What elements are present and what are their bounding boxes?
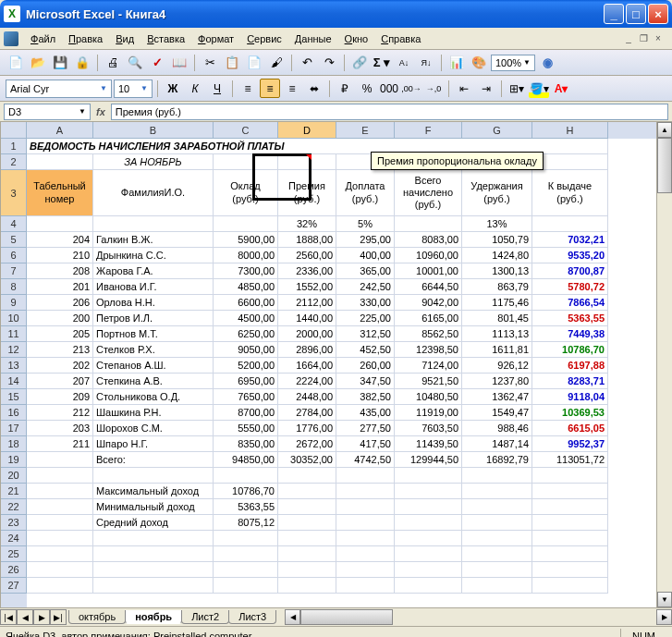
cell[interactable]: 312,50	[336, 326, 395, 342]
cell[interactable]	[532, 562, 608, 578]
cell[interactable]: 1611,81	[462, 342, 532, 358]
menu-item[interactable]: Данные	[288, 31, 338, 46]
vertical-scrollbar[interactable]: ▲ ▼	[656, 122, 672, 607]
bold-button[interactable]: Ж	[163, 79, 183, 98]
cell[interactable]: 988,46	[462, 421, 532, 436]
cell[interactable]: 2672,00	[278, 436, 336, 452]
cell[interactable]	[93, 562, 214, 578]
menu-item[interactable]: Вставка	[141, 31, 191, 46]
select-all-corner[interactable]	[1, 122, 27, 139]
cell[interactable]: 203	[27, 421, 93, 436]
cell[interactable]: 260,00	[336, 358, 395, 374]
column-header[interactable]: A	[27, 122, 93, 139]
cell[interactable]: 30352,00	[278, 452, 336, 468]
row-header[interactable]: 11	[1, 326, 27, 342]
cell[interactable]	[93, 546, 214, 562]
cell[interactable]: 6197,88	[532, 358, 608, 374]
decrease-indent-button[interactable]: ⇤	[454, 79, 474, 98]
fill-color-button[interactable]: 🪣▾	[529, 79, 549, 98]
cell[interactable]	[395, 515, 462, 531]
cell[interactable]	[214, 531, 278, 546]
row-header[interactable]: 6	[1, 248, 27, 263]
cell[interactable]: 11919,00	[395, 405, 462, 421]
cell[interactable]: 277,50	[336, 421, 395, 436]
cell[interactable]	[278, 546, 336, 562]
cell[interactable]: 32%	[278, 216, 336, 232]
cell[interactable]	[462, 499, 532, 515]
cell[interactable]	[532, 531, 608, 546]
cell[interactable]	[462, 531, 532, 546]
scroll-right-button[interactable]: ▶	[656, 609, 672, 625]
cell[interactable]: 11439,50	[395, 436, 462, 452]
cell[interactable]	[336, 531, 395, 546]
cell[interactable]: 7650,00	[214, 389, 278, 405]
sheet-tab[interactable]: ноябрь	[125, 610, 182, 624]
cell[interactable]	[462, 546, 532, 562]
cell[interactable]	[462, 468, 532, 484]
cell[interactable]	[532, 468, 608, 484]
cell[interactable]	[462, 578, 532, 594]
cell[interactable]: 7300,00	[214, 263, 278, 279]
cell[interactable]: 9042,00	[395, 295, 462, 311]
cell[interactable]	[395, 531, 462, 546]
cell[interactable]: 9952,37	[532, 436, 608, 452]
scroll-up-button[interactable]: ▲	[657, 122, 672, 138]
cell[interactable]: 213	[27, 342, 93, 358]
cell[interactable]: 5363,55	[214, 499, 278, 515]
cell[interactable]	[27, 531, 93, 546]
close-button[interactable]: ×	[648, 4, 668, 24]
cell[interactable]	[532, 484, 608, 499]
cell[interactable]	[395, 578, 462, 594]
cell[interactable]: 7603,50	[395, 421, 462, 436]
cell[interactable]	[532, 515, 608, 531]
cell[interactable]	[278, 562, 336, 578]
cell[interactable]: 2560,00	[278, 248, 336, 263]
doc-icon[interactable]	[4, 31, 18, 46]
cell[interactable]	[27, 154, 93, 170]
align-center-button[interactable]: ≡	[260, 79, 280, 98]
sheet-tab[interactable]: октябрь	[68, 610, 126, 624]
row-header[interactable]: 21	[1, 484, 27, 499]
cell[interactable]: 5%	[336, 216, 395, 232]
row-header[interactable]: 4	[1, 216, 27, 232]
cell[interactable]: 1776,00	[278, 421, 336, 436]
open-button[interactable]: 📂	[28, 53, 48, 73]
cell[interactable]: 4500,00	[214, 311, 278, 326]
cell[interactable]	[532, 216, 608, 232]
hyperlink-button[interactable]: 🔗	[349, 53, 370, 73]
tab-next-button[interactable]: ▶	[33, 609, 50, 625]
menu-item[interactable]: Справка	[374, 31, 427, 46]
tab-prev-button[interactable]: ◀	[17, 609, 33, 625]
spellcheck-button[interactable]: ✓	[147, 53, 167, 73]
cell[interactable]: Портнов М.Т.	[93, 326, 214, 342]
cell[interactable]: 1300,13	[462, 263, 532, 279]
maximize-button[interactable]: □	[626, 4, 646, 24]
cell[interactable]	[336, 484, 395, 499]
cell[interactable]: 1888,00	[278, 232, 336, 248]
fx-button[interactable]: fx	[96, 106, 105, 117]
cell[interactable]	[27, 562, 93, 578]
row-header[interactable]: 20	[1, 468, 27, 484]
menu-item[interactable]: Файл	[24, 31, 62, 46]
hscroll-thumb[interactable]	[300, 609, 393, 625]
cell[interactable]: 9521,50	[395, 374, 462, 389]
cell[interactable]: Табельный номер	[27, 170, 93, 216]
cell[interactable]: 10960,00	[395, 248, 462, 263]
cell[interactable]	[336, 515, 395, 531]
tab-last-button[interactable]: ▶|	[50, 609, 67, 625]
cell[interactable]	[395, 562, 462, 578]
cell[interactable]: Степкина А.В.	[93, 374, 214, 389]
cell[interactable]	[93, 468, 214, 484]
cell[interactable]: 16892,79	[462, 452, 532, 468]
cell[interactable]: 6600,00	[214, 295, 278, 311]
cell[interactable]	[395, 499, 462, 515]
font-color-button[interactable]: A▾	[551, 79, 571, 98]
cell[interactable]: 8000,00	[214, 248, 278, 263]
decrease-decimal-button[interactable]: →,0	[423, 79, 444, 98]
cell[interactable]	[532, 499, 608, 515]
row-header[interactable]: 25	[1, 546, 27, 562]
row-header[interactable]: 10	[1, 311, 27, 326]
merge-center-button[interactable]: ⬌	[304, 79, 324, 98]
redo-button[interactable]: ↷	[319, 53, 339, 73]
column-header[interactable]: B	[93, 122, 214, 139]
